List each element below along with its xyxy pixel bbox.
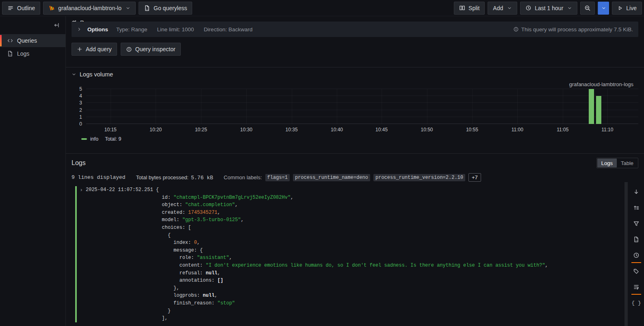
log-rows-area: › 2025-04-22 11:07:52.251 { id: "chatcmp… xyxy=(72,185,624,326)
sidebar-item-queries[interactable]: Queries xyxy=(0,34,65,47)
filter-icon[interactable] xyxy=(631,219,641,228)
explore-sidebar: Queries LOG Logs xyxy=(0,16,66,326)
chart-gridline-h xyxy=(86,124,638,124)
query-size-note: This query will process approximately 7.… xyxy=(513,26,633,33)
add-query-button[interactable]: Add query xyxy=(72,43,117,56)
log-scrollbar[interactable] xyxy=(624,182,628,326)
expand-log-chevron-icon[interactable]: › xyxy=(80,186,86,322)
sidebar-item-logs[interactable]: LOG Logs xyxy=(0,47,65,60)
logs-section: Logs Logs Table 9 lines displayed Total … xyxy=(66,153,644,182)
chevron-down-icon xyxy=(72,72,76,77)
options-line-limit: Line limit: 1000 xyxy=(157,26,194,33)
x-axis-tick-label: 10:25 xyxy=(195,127,207,133)
chevron-down-icon xyxy=(126,6,130,11)
logs-volume-section: Logs volume grafanacloud-lambtron-logs 0… xyxy=(66,67,644,142)
dedup-log-icon[interactable]: LOG xyxy=(631,235,641,244)
chart-gridline-v xyxy=(246,89,247,124)
toggle-table[interactable]: Table xyxy=(617,159,637,167)
x-axis-tick-label: 10:15 xyxy=(104,127,117,133)
chart-gridline-v xyxy=(111,89,111,124)
logs-title: Logs xyxy=(72,159,86,167)
query-inspector-button[interactable]: Query inspector xyxy=(121,43,181,56)
add-query-label: Add query xyxy=(86,46,112,52)
chart-gridline-v xyxy=(156,89,156,124)
svg-text:LOG: LOG xyxy=(635,240,638,241)
query-size-note-text: This query will process approximately 7.… xyxy=(521,26,633,33)
datasource-name: grafanacloud-lambtron-lo xyxy=(58,5,121,11)
collapse-sidebar-button[interactable] xyxy=(52,20,61,30)
legend-item-info[interactable]: info xyxy=(81,136,98,142)
logs-volume-header[interactable]: Logs volume xyxy=(66,67,644,78)
x-axis-tick-label: 11:00 xyxy=(512,127,523,133)
go-queryless-button[interactable]: LOG Go queryless xyxy=(139,2,192,15)
y-axis-tick-label: 4 xyxy=(79,93,82,99)
chart-gridline-v xyxy=(382,89,382,124)
x-axis-tick-label: 10:30 xyxy=(240,127,252,133)
scrollbar-thumb[interactable] xyxy=(624,182,628,326)
code-icon xyxy=(7,37,13,44)
sidebar-item-label: Logs xyxy=(17,50,29,57)
outline-label: Outline xyxy=(17,5,35,11)
chart-gridline-v xyxy=(563,89,563,124)
time-range-picker[interactable]: Last 1 hour xyxy=(520,2,577,15)
x-axis-tick-label: 10:45 xyxy=(375,127,388,133)
scroll-bottom-icon[interactable] xyxy=(631,187,641,197)
query-inspector-label: Query inspector xyxy=(135,46,176,52)
chart-gridline-v xyxy=(472,89,473,124)
add-button[interactable]: Add xyxy=(488,2,517,15)
lines-displayed: 9 lines displayed xyxy=(72,174,126,180)
chart-gridline-h xyxy=(86,96,638,96)
chart-gridline-v xyxy=(517,89,518,124)
loki-logo-icon xyxy=(48,5,55,11)
go-queryless-label: Go queryless xyxy=(154,5,187,11)
split-label: Split xyxy=(468,5,479,11)
chart-legend: info Total: 9 xyxy=(81,136,638,142)
live-button[interactable]: Live xyxy=(612,2,642,15)
outline-icon xyxy=(7,5,14,11)
toggle-logs[interactable]: Logs xyxy=(597,159,617,167)
chart-bar xyxy=(596,96,601,124)
log-level-indicator xyxy=(75,186,77,322)
legend-total: Total: 9 xyxy=(105,136,121,142)
legend-color-swatch xyxy=(81,138,87,140)
series-label: grafanacloud-lambtron-logs xyxy=(72,81,638,87)
show-time-icon[interactable] xyxy=(631,250,641,260)
unique-labels-icon[interactable] xyxy=(631,266,641,276)
y-axis-tick-label: 0 xyxy=(79,121,82,127)
prettify-json-icon[interactable]: { } xyxy=(631,298,641,308)
x-axis-tick-label: 11:05 xyxy=(557,127,568,133)
more-labels-button[interactable]: +7 xyxy=(468,173,481,182)
x-axis-tick-label: 10:55 xyxy=(466,127,478,133)
svg-text:LOG: LOG xyxy=(9,54,12,56)
chart-gridline-v xyxy=(337,89,337,124)
sort-order-icon[interactable] xyxy=(631,203,641,213)
options-title: Options xyxy=(87,26,108,33)
log-line-text: 2025-04-22 11:07:52.251 { id: "chatcmpl-… xyxy=(86,186,548,322)
chart-gridline-v xyxy=(427,89,427,124)
options-direction: Direction: Backward xyxy=(204,26,252,33)
logs-volume-plot: 01234510:1510:2010:2510:3010:3510:4010:4… xyxy=(86,89,638,124)
top-toolbar: Outline grafanacloud-lambtron-lo LOG Go … xyxy=(0,0,644,16)
x-axis-tick-label: 10:20 xyxy=(150,127,162,133)
split-button[interactable]: Split xyxy=(454,2,485,15)
run-query-dropdown[interactable] xyxy=(598,2,609,15)
x-axis-tick-label: 10:50 xyxy=(421,127,433,133)
zoom-out-time-button[interactable] xyxy=(580,2,595,15)
wrap-lines-icon[interactable] xyxy=(631,282,641,292)
datasource-picker[interactable]: grafanacloud-lambtron-lo xyxy=(43,2,136,15)
query-options-bar[interactable]: Options Type: Range Line limit: 1000 Dir… xyxy=(72,22,638,37)
legend-label: info xyxy=(90,136,98,142)
common-labels: Common labels: flags=1process_runtime_na… xyxy=(224,173,481,182)
y-axis-tick-label: 5 xyxy=(79,86,82,92)
log-row[interactable]: › 2025-04-22 11:07:52.251 { id: "chatcmp… xyxy=(75,185,624,322)
chevron-right-icon[interactable] xyxy=(77,27,82,32)
outline-button[interactable]: Outline xyxy=(2,2,40,15)
time-range-label: Last 1 hour xyxy=(535,5,563,11)
log-nav-rail: LOG { } xyxy=(629,183,644,326)
y-axis-tick-label: 3 xyxy=(79,100,82,106)
run-query-button[interactable]: Run query xyxy=(598,2,609,15)
x-axis-tick-label: 11:10 xyxy=(601,127,613,133)
logs-header: Logs Logs Table xyxy=(66,154,644,168)
plus-icon xyxy=(77,46,82,52)
bytes-processed: Total bytes processed:5.76 kB xyxy=(136,174,213,181)
